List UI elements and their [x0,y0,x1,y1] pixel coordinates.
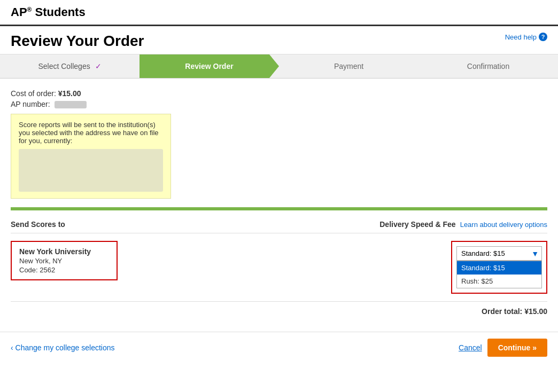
order-total-label: Order total: [482,307,522,316]
college-name: New York University [19,247,109,256]
order-total: Order total: ¥15.00 [11,302,547,321]
help-icon: ? [539,33,547,41]
delivery-column: Standard: $15 Rush: $25 ▼ Standard: $15 … [451,241,547,294]
order-total-value: ¥15.00 [524,307,547,316]
cancel-button[interactable]: Cancel [459,343,482,352]
college-info-box: New York University New York, NY Code: 2… [11,241,118,280]
dropdown-option-rush[interactable]: Rush: $25 [457,275,541,288]
site-title-suffix: Students [32,5,85,19]
step-select-colleges[interactable]: Select Colleges ✓ [0,54,140,78]
dropdown-options: Standard: $15 Rush: $25 [456,261,542,288]
step-select-colleges-check: ✓ [95,62,102,70]
page-title: Review Your Order [11,33,144,50]
step-review-order[interactable]: Review Order [140,54,279,78]
main-content: Cost of order: ¥15.00 AP number: Score r… [0,79,558,332]
step-confirmation-label: Confirmation [467,62,509,70]
table-header: Send Scores to Delivery Speed & Fee Lear… [11,216,547,233]
page-header: Review Your Order Need help ? [0,26,558,54]
info-box: Score reports will be sent to the instit… [11,114,171,199]
continue-button[interactable]: Continue » [487,339,547,357]
delivery-select-wrapper: Standard: $15 Rush: $25 ▼ [456,246,542,261]
site-title-text: AP [11,5,27,19]
col-delivery-label: Delivery Speed & Fee [379,220,455,229]
col-delivery-header: Delivery Speed & Fee Learn about deliver… [379,220,547,229]
step-payment-label: Payment [334,62,363,70]
order-info: Cost of order: ¥15.00 AP number: [11,89,547,108]
need-help-label: Need help [505,33,537,41]
need-help-link[interactable]: Need help ? [505,33,547,41]
college-location: New York, NY [19,257,109,265]
step-payment[interactable]: Payment [279,54,418,78]
info-box-message: Score reports will be sent to the instit… [19,121,163,145]
ap-number-label: AP number: [11,100,50,108]
learn-delivery-link[interactable]: Learn about delivery options [460,221,547,229]
college-code: Code: 2562 [19,266,109,274]
footer: ‹ Change my college selections Cancel Co… [0,332,558,363]
step-select-colleges-label: Select Colleges [38,62,90,70]
college-code-value: 2562 [40,266,55,274]
progress-bar: Select Colleges ✓ Review Order Payment C… [0,54,558,79]
delivery-select[interactable]: Standard: $15 Rush: $25 [456,246,542,261]
college-code-label: Code: [19,266,38,274]
footer-buttons: Cancel Continue » [459,339,547,357]
change-college-link[interactable]: ‹ Change my college selections [11,343,115,352]
cost-label: Cost of order: [11,89,56,98]
step-review-order-label: Review Order [185,62,233,70]
step-confirmation[interactable]: Confirmation [418,54,558,78]
ap-number-value [55,101,87,108]
col-send-scores: Send Scores to [11,220,65,229]
address-block-blurred [19,149,163,192]
site-title: AP® Students [11,5,86,19]
dropdown-option-standard[interactable]: Standard: $15 [457,261,541,275]
college-row: New York University New York, NY Code: 2… [11,233,547,302]
site-header: AP® Students [0,0,558,26]
cost-value: ¥15.00 [58,89,81,98]
green-divider [11,207,547,210]
